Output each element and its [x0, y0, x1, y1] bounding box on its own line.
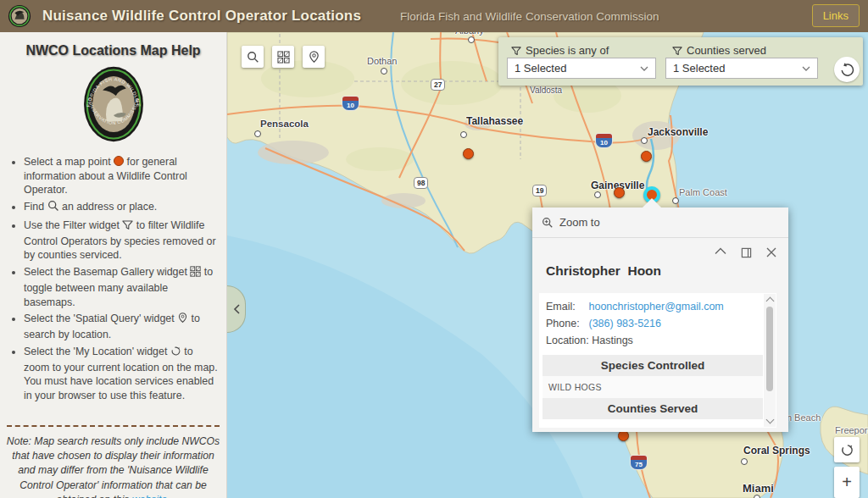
route-shield-interstate: 10	[596, 134, 612, 147]
species-controlled-row: WILD HOGS	[542, 376, 763, 398]
bullet-text: Select a map point	[24, 156, 111, 168]
popup-scrollbar[interactable]	[764, 294, 776, 427]
city-label: Palm Coast	[679, 187, 727, 197]
bullet-text: Select the 'Spatial Query' widget	[24, 313, 175, 324]
fwc-seal-icon	[8, 4, 31, 28]
search-button[interactable]	[242, 46, 264, 68]
operator-map-point[interactable]	[641, 151, 652, 162]
city-dot	[460, 131, 467, 138]
app-header: Nuisance Wildlife Control Operator Locat…	[0, 0, 868, 32]
operator-map-point[interactable]	[463, 148, 474, 159]
email-row: Email: hoonchristopher@gmail.com	[546, 301, 756, 313]
chevron-down-icon	[640, 66, 648, 71]
counties-filter-select[interactable]: 1 Selected	[665, 58, 818, 79]
search-icon	[47, 200, 59, 216]
city-dot	[641, 137, 648, 144]
zoom-in-icon: +	[842, 473, 852, 492]
route-shield-us: 19	[532, 185, 547, 196]
note-text: .	[167, 494, 170, 498]
sidebar-divider	[7, 425, 220, 427]
filter-icon	[672, 46, 682, 56]
city-dot	[594, 191, 601, 198]
basemap-gallery-icon	[277, 51, 290, 64]
chevron-down-icon	[802, 66, 810, 71]
city-dot	[381, 68, 387, 75]
filter-icon	[122, 219, 133, 235]
route-shield-interstate: 10	[342, 97, 359, 110]
counties-filter-label-row: Counties served	[672, 44, 766, 57]
my-location-icon	[170, 346, 181, 361]
species-filter-label: Species is any of	[526, 44, 609, 57]
bullet-text: Select the Basemap Gallery widget	[24, 266, 187, 278]
map-point-icon	[114, 156, 124, 166]
route-shield-us: 98	[414, 177, 428, 189]
city-label: Valdosta	[530, 86, 562, 95]
species-filter-label-row: Species is any of	[511, 44, 609, 57]
zoom-to-button[interactable]: Zoom to	[532, 208, 788, 238]
counties-filter-value: 1 Selected	[673, 62, 725, 75]
popup-content: Email: hoonchristopher@gmail.com Phone: …	[539, 293, 776, 428]
help-sidebar: NWCO Locations Map Help FLORIDA FISH AND…	[0, 32, 227, 498]
route-shield-interstate: 75	[631, 456, 647, 469]
dock-popup-button[interactable]	[741, 247, 752, 258]
close-popup-button[interactable]	[766, 247, 776, 258]
city-dot	[468, 36, 475, 43]
bullet-text: Use the Filter widget	[24, 219, 120, 231]
route-shield-us: 27	[431, 79, 445, 91]
species-filter-select[interactable]: 1 Selected	[507, 58, 656, 79]
basemap-gallery-button[interactable]	[272, 46, 294, 68]
city-dot	[741, 458, 748, 465]
phone-row: Phone: (386) 983-5216	[546, 318, 756, 329]
operator-fields: Email: hoonchristopher@gmail.com Phone: …	[539, 293, 776, 355]
spatial-query-button[interactable]	[303, 46, 325, 68]
city-dot	[754, 495, 760, 498]
chevron-up-icon	[715, 247, 726, 258]
city-label: Freeport	[835, 425, 868, 435]
scroll-up-icon[interactable]	[766, 297, 775, 306]
help-bullet: Select the 'Spatial Query' widget to sea…	[24, 312, 220, 341]
location-value: Hastings	[592, 335, 633, 346]
counties-filter-label: Counties served	[687, 44, 766, 57]
sidebar-note: Note: Map search results only include NW…	[6, 434, 220, 498]
species-filter-value: 1 Selected	[515, 62, 566, 75]
links-button[interactable]: Links	[812, 4, 860, 27]
basemap-gallery-icon	[190, 266, 201, 281]
scrollbar-thumb[interactable]	[766, 307, 773, 391]
collapse-popup-button[interactable]	[715, 247, 726, 258]
my-location-button[interactable]	[834, 437, 860, 462]
phone-link[interactable]: (386) 983-5216	[588, 318, 660, 329]
species-controlled-header: Species Controlled	[542, 355, 763, 376]
operator-name: Christopher Hoon	[546, 263, 661, 279]
city-dot	[672, 197, 679, 204]
search-icon	[247, 51, 259, 64]
nwco-map-app: Nuisance Wildlife Control Operator Locat…	[0, 0, 868, 498]
note-text: Note: Map search results only include NW…	[7, 435, 220, 498]
city-label: Pensacola	[260, 119, 309, 129]
help-bullet: Select a map point for general informati…	[24, 155, 220, 197]
zoom-to-icon	[542, 217, 554, 229]
city-label: Tallahassee	[466, 115, 523, 127]
my-location-icon	[840, 443, 854, 457]
operator-map-point[interactable]	[614, 187, 625, 198]
city-label: Coral Springs	[743, 445, 810, 456]
email-label: Email:	[546, 301, 586, 313]
spatial-query-icon	[177, 312, 188, 328]
filter-icon	[511, 46, 521, 56]
phone-label: Phone:	[546, 318, 586, 329]
help-bullet: Use the Filter widget to filter Wildlife…	[24, 219, 220, 263]
reset-filters-button[interactable]	[834, 57, 860, 82]
reset-icon	[840, 63, 854, 77]
dock-icon	[741, 247, 752, 258]
scroll-down-icon[interactable]	[766, 416, 775, 424]
zoom-to-label: Zoom to	[559, 216, 600, 229]
email-link[interactable]: hoonchristopher@gmail.com	[588, 301, 723, 313]
help-bullet: Find an address or place.	[24, 200, 220, 216]
page-title: Nuisance Wildlife Control Operator Locat…	[42, 8, 361, 25]
spatial-query-icon	[308, 50, 320, 64]
zoom-in-button[interactable]: +	[834, 467, 860, 498]
filter-panel: Species is any of Counties served 1 Sele…	[498, 37, 863, 86]
help-bullet-list: Select a map point for general informati…	[0, 155, 226, 403]
city-label: Miami	[743, 482, 774, 495]
website-link[interactable]: website	[132, 494, 167, 498]
chevron-left-icon	[233, 304, 240, 314]
